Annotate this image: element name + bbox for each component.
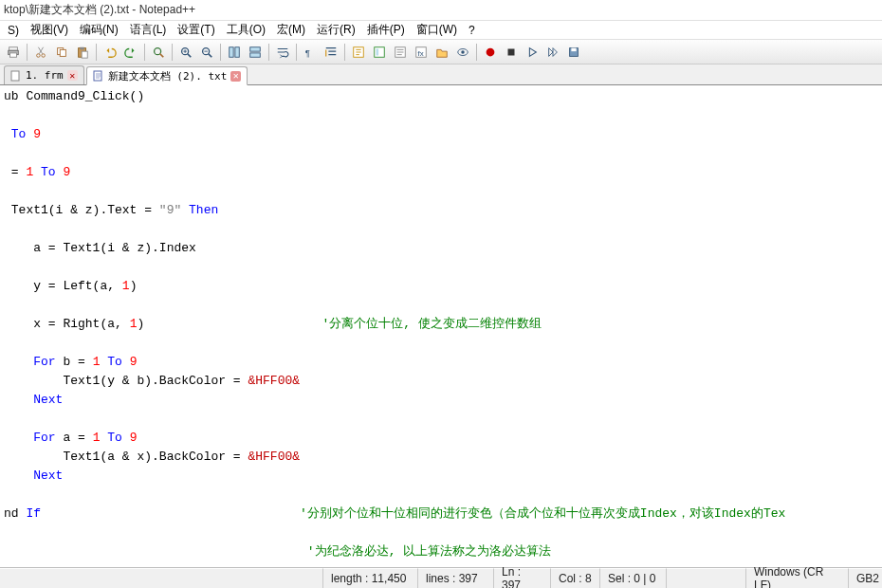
code-keyword: To	[107, 355, 122, 369]
code-keyword: Then	[189, 203, 218, 217]
tab-label: 新建文本文档 (2). txt	[108, 69, 228, 83]
menu-item[interactable]: 插件(P)	[363, 22, 409, 38]
menu-item[interactable]: 运行(R)	[313, 22, 359, 38]
save-macro-icon[interactable]	[564, 43, 583, 62]
code-text	[4, 355, 33, 369]
code-comment: '分离个位十位, 使之变成二维控件数组	[322, 317, 541, 331]
undo-icon[interactable]	[101, 43, 119, 62]
menu-item[interactable]: 语言(L)	[126, 22, 171, 38]
allchars-icon[interactable]: ¶	[301, 43, 320, 62]
svg-point-10	[155, 47, 161, 54]
menu-bar: S) 视图(V) 编码(N) 语言(L) 设置(T) 工具(O) 宏(M) 运行…	[0, 21, 882, 40]
code-text	[4, 469, 33, 483]
toolbar-separator	[96, 44, 97, 61]
toolbar-separator	[344, 44, 345, 61]
code-string: "9"	[159, 203, 181, 217]
toolbar-separator	[476, 44, 477, 61]
close-icon[interactable]: ✕	[230, 71, 241, 82]
window-title: ktop\新建文本文档 (2).txt - Notepad++	[4, 2, 195, 18]
status-spacer	[0, 568, 322, 588]
menu-item[interactable]: 工具(O)	[223, 22, 269, 38]
toolbar-separator	[172, 44, 173, 61]
zoom-out-icon[interactable]	[197, 43, 216, 62]
svg-rect-20	[377, 48, 379, 55]
menu-item[interactable]: 设置(T)	[174, 22, 218, 38]
menu-item[interactable]: 窗口(W)	[413, 22, 461, 38]
status-lines: lines : 397	[417, 568, 493, 588]
file-icon	[10, 70, 22, 82]
doc-map-icon[interactable]	[370, 43, 389, 62]
status-eol: Windows (CR LF)	[745, 568, 848, 588]
svg-rect-6	[60, 49, 65, 56]
code-text	[4, 393, 33, 407]
wordwrap-icon[interactable]	[273, 43, 292, 62]
status-column: Col : 8	[550, 568, 599, 588]
tab-active[interactable]: 新建文本文档 (2). txt ✕	[86, 66, 248, 85]
code-hex: &HFF00&	[248, 374, 300, 388]
status-line-number: Ln : 397	[493, 568, 550, 588]
menu-item[interactable]: 宏(M)	[273, 22, 309, 38]
code-keyword: If	[26, 506, 41, 521]
monitor-icon[interactable]	[453, 43, 472, 62]
code-keyword: To	[41, 165, 56, 179]
code-number: 9	[130, 431, 138, 445]
copy-icon[interactable]	[52, 43, 71, 62]
close-icon[interactable]: ✕	[67, 70, 78, 81]
toolbar-separator	[144, 44, 145, 61]
record-macro-icon[interactable]	[481, 43, 500, 62]
menu-item[interactable]: 编码(N)	[76, 22, 122, 38]
code-text	[122, 431, 130, 445]
sync-h-icon[interactable]	[246, 43, 265, 62]
play-macro-icon[interactable]	[523, 43, 542, 62]
svg-point-25	[461, 50, 465, 54]
code-text: )	[137, 317, 144, 331]
paste-icon[interactable]	[73, 43, 92, 62]
tab-label: 1. frm	[26, 69, 64, 82]
folder-workspace-icon[interactable]	[432, 43, 451, 62]
status-selection: Sel : 0 | 0	[599, 568, 666, 588]
indent-guide-icon[interactable]	[322, 43, 340, 62]
toolbar-separator	[268, 44, 269, 61]
code-keyword: For	[33, 431, 55, 445]
find-icon[interactable]	[149, 43, 168, 62]
svg-rect-16	[250, 52, 261, 56]
svg-rect-27	[508, 48, 515, 55]
udl-icon[interactable]	[349, 43, 368, 62]
svg-rect-30	[11, 71, 19, 81]
code-text: Text1(a & x).BackColor =	[4, 450, 248, 464]
stop-macro-icon[interactable]	[502, 43, 521, 62]
file-icon	[93, 70, 104, 82]
tab-bar: 1. frm ✕ 新建文本文档 (2). txt ✕	[0, 64, 882, 85]
svg-point-4	[42, 53, 46, 57]
code-hex: &HFF00&	[248, 450, 300, 464]
svg-point-26	[487, 47, 495, 56]
cut-icon[interactable]	[31, 43, 50, 62]
code-keyword: Next	[33, 393, 63, 407]
redo-icon[interactable]	[121, 43, 140, 62]
menu-item[interactable]: 视图(V)	[27, 22, 72, 38]
code-keyword: To	[107, 431, 122, 445]
code-comment: '分别对个位和十位相同的进行变色（合成个位和十位再次变成Index，对该Inde…	[300, 506, 785, 521]
play-multi-icon[interactable]	[543, 43, 562, 62]
svg-rect-9	[82, 51, 87, 58]
zoom-in-icon[interactable]	[176, 43, 195, 62]
code-editor[interactable]: ub Command9_Click() To 9 = 1 To 9 Text1(…	[0, 85, 882, 567]
sync-v-icon[interactable]	[225, 43, 244, 62]
status-encoding: GB2	[848, 568, 882, 588]
svg-text:¶: ¶	[305, 46, 310, 57]
toolbar-separator	[27, 44, 28, 61]
func-list-icon[interactable]: fx	[412, 43, 431, 62]
toolbar-separator	[220, 44, 221, 61]
print-icon[interactable]	[4, 43, 23, 62]
status-length: length : 11,450	[322, 568, 417, 588]
code-text	[33, 165, 41, 179]
tab[interactable]: 1. frm ✕	[4, 65, 84, 84]
toolbar: ¶ fx	[0, 40, 882, 64]
menu-item[interactable]: ?	[465, 24, 479, 37]
svg-rect-19	[375, 46, 385, 57]
code-text	[122, 355, 130, 369]
svg-rect-0	[9, 46, 18, 50]
doc-list-icon[interactable]	[391, 43, 410, 62]
menu-item[interactable]: S)	[4, 24, 23, 37]
code-text: a =	[56, 431, 93, 445]
